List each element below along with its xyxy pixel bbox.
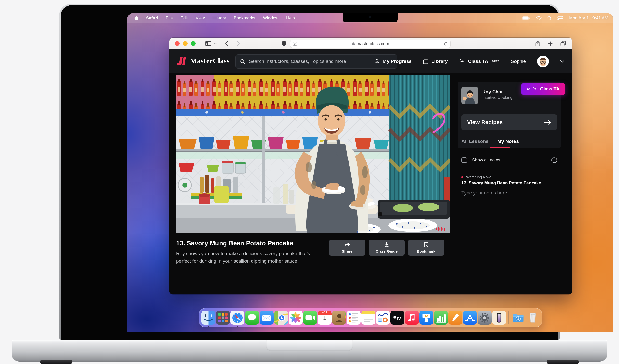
dock-settings[interactable] <box>478 311 492 325</box>
nav-library[interactable]: Library <box>423 59 448 64</box>
lesson-page: Roy Choi Intuitive Cooking View Recipes … <box>169 73 572 294</box>
nav-my-progress-label: My Progress <box>383 59 412 64</box>
dock-tv[interactable]: tv <box>390 311 404 325</box>
sidebar-toggle-icon[interactable] <box>205 41 211 46</box>
instructor-photo <box>461 87 478 104</box>
calendar-day: 1 <box>318 314 332 321</box>
share-label: Share <box>342 249 353 253</box>
dock-divider <box>508 311 509 324</box>
dock-keynote[interactable] <box>419 311 433 325</box>
reader-icon[interactable] <box>293 42 297 46</box>
dock-safari[interactable] <box>230 311 244 325</box>
dock-numbers[interactable] <box>434 311 448 325</box>
menu-item-view[interactable]: View <box>196 16 205 21</box>
dock-photos[interactable] <box>289 311 303 325</box>
reload-icon[interactable] <box>444 42 448 46</box>
dock-downloads[interactable] <box>511 311 525 325</box>
view-recipes-label: View Recipes <box>467 119 503 126</box>
active-tab-underline <box>490 147 510 148</box>
dock-mail[interactable] <box>260 311 274 325</box>
dock-pages[interactable] <box>448 311 462 325</box>
dock-calendar[interactable]: APR 1 <box>318 311 332 325</box>
dock-reminders[interactable] <box>347 311 361 325</box>
tab-my-notes[interactable]: My Notes <box>497 139 519 144</box>
view-recipes-button[interactable]: View Recipes <box>461 114 557 130</box>
share-icon[interactable] <box>535 41 540 47</box>
macbook-foot-left <box>40 360 72 364</box>
close-window-button[interactable] <box>175 41 180 46</box>
battery-icon[interactable] <box>522 16 530 20</box>
search-input[interactable] <box>249 59 393 64</box>
show-all-notes-label: Show all notes <box>472 158 500 163</box>
url-text: masterclass.com <box>357 41 389 46</box>
class-ta-button[interactable]: « Class TA <box>521 83 565 95</box>
share-arrow-icon <box>344 242 350 248</box>
dock-launchpad[interactable] <box>216 311 230 325</box>
dock-notes[interactable] <box>361 311 375 325</box>
back-button[interactable] <box>225 41 228 46</box>
menu-clock[interactable]: Mon Apr 1 9:41 AM <box>569 16 608 21</box>
masterclass-mark-icon <box>176 56 187 66</box>
dock-contacts[interactable] <box>332 311 346 325</box>
zoom-window-button[interactable] <box>191 41 196 46</box>
forward-button[interactable] <box>237 41 240 46</box>
menu-item-history[interactable]: History <box>213 16 226 21</box>
download-icon <box>384 242 390 248</box>
privacy-shield-icon[interactable] <box>281 41 287 46</box>
site-header: MasterClass My Progress Library <box>169 49 572 73</box>
library-icon <box>423 59 429 64</box>
video-illustration <box>176 75 450 233</box>
control-center-icon[interactable] <box>557 16 563 20</box>
wifi-icon[interactable] <box>536 16 542 20</box>
nav-my-progress[interactable]: My Progress <box>374 59 412 64</box>
account-chevron-icon[interactable] <box>560 60 564 63</box>
camera-icon <box>369 16 371 18</box>
dock-trash[interactable] <box>526 311 540 325</box>
notes-input[interactable]: Type your notes here... <box>461 190 511 196</box>
menu-item-bookmarks[interactable]: Bookmarks <box>234 16 255 21</box>
dock-iphone-mirroring[interactable] <box>492 311 506 325</box>
svg-text:tv: tv <box>397 316 401 321</box>
dock-freeform[interactable] <box>376 311 390 325</box>
tab-all-lessons[interactable]: All Lessons <box>461 139 489 144</box>
menu-item-window[interactable]: Window <box>263 16 278 21</box>
dock-facetime[interactable] <box>303 311 317 325</box>
avatar[interactable] <box>537 56 549 67</box>
apple-menu-icon[interactable] <box>134 16 138 21</box>
dock-maps[interactable] <box>274 311 288 325</box>
masterclass-logo[interactable]: MasterClass <box>176 56 230 66</box>
menu-item-edit[interactable]: Edit <box>180 16 188 21</box>
dock-appstore[interactable] <box>463 311 477 325</box>
menu-item-file[interactable]: File <box>166 16 173 21</box>
dock-finder[interactable] <box>201 311 215 325</box>
dock-messages[interactable] <box>245 311 259 325</box>
class-guide-button[interactable]: Class Guide <box>369 240 405 256</box>
arrow-right-icon <box>544 120 551 125</box>
minimize-window-button[interactable] <box>183 41 188 46</box>
site-search[interactable] <box>235 54 397 69</box>
lesson-title: 13. Savory Mung Bean Potato Pancake <box>176 240 293 247</box>
menu-item-help[interactable]: Help <box>286 16 295 21</box>
beta-badge: BETA <box>492 60 499 63</box>
info-icon[interactable] <box>551 157 557 163</box>
safari-window: masterclass.com <box>169 38 572 294</box>
spotlight-icon[interactable] <box>547 16 552 20</box>
brand-name: MasterClass <box>190 57 230 65</box>
show-all-notes-checkbox[interactable] <box>461 157 467 163</box>
macbook-frame: Safari File Edit View History Bookmarks … <box>59 4 560 340</box>
class-ta-button-label: Class TA <box>540 86 559 92</box>
new-tab-icon[interactable] <box>548 41 553 46</box>
address-bar[interactable]: masterclass.com <box>290 40 451 48</box>
tab-overview-icon[interactable] <box>560 41 566 46</box>
nav-class-ta[interactable]: Class TA BETA <box>459 58 499 64</box>
bookmark-button[interactable]: Bookmark <box>408 240 444 256</box>
video-player[interactable] <box>176 75 450 233</box>
user-name[interactable]: Sophie <box>511 59 526 64</box>
finder-running-dot <box>208 326 209 327</box>
nav-library-label: Library <box>431 59 448 64</box>
divider <box>176 276 565 276</box>
menu-item-safari[interactable]: Safari <box>146 16 158 21</box>
share-button[interactable]: Share <box>329 240 365 256</box>
tab-group-chevron-icon[interactable] <box>214 43 217 45</box>
dock-music[interactable] <box>405 311 419 325</box>
